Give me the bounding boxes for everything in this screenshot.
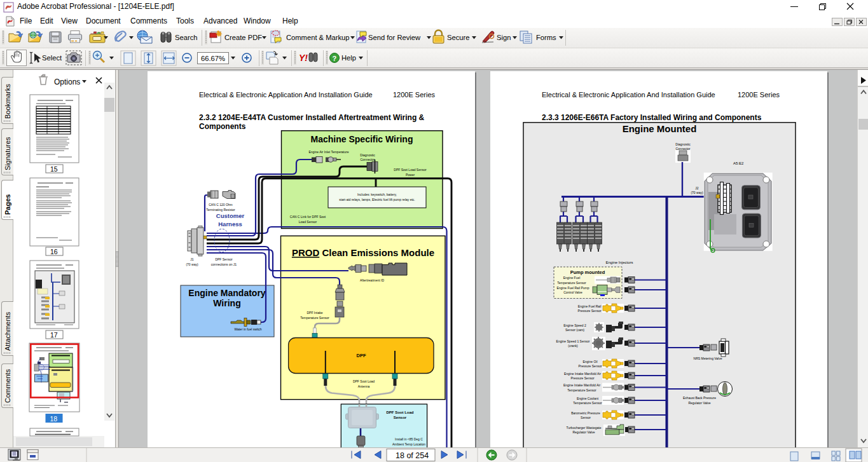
svg-text:(70 way): (70 way) <box>186 262 198 266</box>
svg-text:2.3.2 1204E-E44TA Customer Ins: 2.3.2 1204E-E44TA Customer Installed Aft… <box>199 113 425 122</box>
svg-text:(70 way): (70 way) <box>691 191 703 194</box>
svg-text:Terminating Resistor: Terminating Resistor <box>206 208 235 212</box>
svg-text:Control Valve: Control Valve <box>563 290 582 294</box>
svg-text:J2: J2 <box>695 186 699 190</box>
svg-text:Select: Select <box>42 54 62 62</box>
svg-text:Electrical & Electronic Applic: Electrical & Electronic Application And … <box>199 91 373 99</box>
svg-text:16: 16 <box>50 248 58 255</box>
svg-text:Engine Coolant: Engine Coolant <box>577 397 599 400</box>
svg-text:Temperature Sensor: Temperature Sensor <box>573 401 602 405</box>
svg-text:Forms: Forms <box>536 34 556 41</box>
svg-text:Ambient Temp Location: Ambient Temp Location <box>392 442 425 446</box>
svg-text:(crank): (crank) <box>568 344 578 348</box>
svg-text:DPF: DPF <box>357 353 366 358</box>
svg-text:1200E Series: 1200E Series <box>393 91 436 99</box>
svg-text:NRS Metering Valve: NRS Metering Valve <box>694 357 722 360</box>
svg-text:start-aid relays, lamps, Elect: start-aid relays, lamps, Electric fuel l… <box>339 198 415 201</box>
svg-text:Includes: keyswitch, battery,: Includes: keyswitch, battery, <box>357 193 397 196</box>
svg-text:66.67%: 66.67% <box>201 55 225 62</box>
svg-text:Pressure Sensor: Pressure Sensor <box>577 309 602 313</box>
svg-text:Components: Components <box>199 122 246 131</box>
svg-text:Engine Fuel: Engine Fuel <box>563 276 581 280</box>
svg-text:Pressure Sensor: Pressure Sensor <box>578 364 602 368</box>
svg-text:Secure: Secure <box>447 34 469 41</box>
svg-text:Engine Speed 2: Engine Speed 2 <box>563 323 586 327</box>
svg-text:Aftertreatment ID: Aftertreatment ID <box>360 278 384 282</box>
svg-text:PROD Clean Emissions Module: PROD Clean Emissions Module <box>292 247 434 258</box>
svg-text:Antenna: Antenna <box>358 384 370 388</box>
svg-text:DPF Intake: DPF Intake <box>307 311 322 315</box>
svg-text:Engine Injectors: Engine Injectors <box>605 261 633 264</box>
svg-text:Pressure Sensor: Pressure Sensor <box>570 376 595 380</box>
svg-text:Help: Help <box>341 54 356 62</box>
svg-text:Connector: Connector <box>675 147 690 151</box>
svg-text:Sign: Sign <box>497 34 511 41</box>
svg-text:Sensor (cam): Sensor (cam) <box>565 328 584 332</box>
svg-text:Power: Power <box>406 173 415 177</box>
svg-text:15: 15 <box>50 165 58 173</box>
svg-text:Temperature Sensor: Temperature Sensor <box>567 388 596 392</box>
svg-text:Create PDF: Create PDF <box>224 34 262 41</box>
svg-text:Turbocharger Wastegate: Turbocharger Wastegate <box>567 426 602 430</box>
svg-text:Machine Specific Wiring: Machine Specific Wiring <box>311 134 413 144</box>
svg-text:Customer: Customer <box>216 212 245 219</box>
svg-text:Comment & Markup: Comment & Markup <box>286 34 349 41</box>
svg-text:Electrical & Electronic Applic: Electrical & Electronic Application And … <box>542 91 715 99</box>
svg-text:Pump mounted: Pump mounted <box>570 269 605 275</box>
svg-text:Engine Mounted: Engine Mounted <box>623 123 697 134</box>
svg-text:Engine Intake Manifold Air: Engine Intake Manifold Air <box>563 383 600 387</box>
svg-text:Y!: Y! <box>299 53 308 63</box>
svg-text:Water in fuel switch: Water in fuel switch <box>234 327 261 331</box>
svg-text:1200E Series: 1200E Series <box>738 91 780 99</box>
svg-text:Regulator Valve: Regulator Valve <box>572 430 595 434</box>
svg-text:2.3.3 1206E-E66TA Factory Inst: 2.3.3 1206E-E66TA Factory Installed Wiri… <box>542 113 762 122</box>
svg-text:18: 18 <box>50 415 58 423</box>
svg-text:?: ? <box>333 55 337 62</box>
svg-text:Engine Fuel Rail: Engine Fuel Rail <box>578 304 602 308</box>
svg-text:DPF Soot Load: DPF Soot Load <box>353 379 375 383</box>
svg-text:Sensor: Sensor <box>394 416 407 419</box>
svg-text:Load Sensor: Load Sensor <box>299 220 317 224</box>
svg-text:connections on J1: connections on J1 <box>211 262 237 266</box>
svg-text:Engine Air Inlet Temperature: Engine Air Inlet Temperature <box>308 150 348 154</box>
svg-text:Sensor: Sensor <box>581 416 591 419</box>
svg-text:Temperature Sensor: Temperature Sensor <box>557 281 586 285</box>
svg-text:DPF Soot Load Sensor: DPF Soot Load Sensor <box>394 168 427 172</box>
svg-text:Engine Oil: Engine Oil <box>582 360 597 363</box>
svg-text:Install in <85 Deg C: Install in <85 Deg C <box>395 437 423 441</box>
svg-text:18 of 254: 18 of 254 <box>396 451 429 460</box>
svg-text:17: 17 <box>50 331 58 339</box>
svg-text:A5:E2: A5:E2 <box>733 161 744 165</box>
svg-text:Engine Intake Manifold Air: Engine Intake Manifold Air <box>564 372 601 376</box>
svg-text:Wiring: Wiring <box>213 298 240 308</box>
svg-text:Diagnostic: Diagnostic <box>675 142 691 146</box>
svg-text:CAN C Link for DPF Soot: CAN C Link for DPF Soot <box>290 215 326 219</box>
svg-text:J1: J1 <box>190 257 194 261</box>
svg-text:Connector: Connector <box>360 158 375 161</box>
svg-text:Regulator Valve: Regulator Valve <box>688 401 710 405</box>
svg-text:Diagnostic: Diagnostic <box>360 153 375 157</box>
svg-text:DPF Soot Load: DPF Soot Load <box>387 411 414 414</box>
svg-text:Exhaust Back Pressure: Exhaust Back Pressure <box>683 396 716 400</box>
svg-text:CAN C 120 Ohm: CAN C 120 Ohm <box>209 203 233 207</box>
svg-text:Engine Speed 1 Sensor: Engine Speed 1 Sensor <box>556 339 590 343</box>
svg-text:DPF Sensor: DPF Sensor <box>215 257 233 261</box>
svg-text:Search: Search <box>175 34 197 41</box>
svg-text:Temperature Sensor: Temperature Sensor <box>300 316 329 320</box>
svg-text:Engine Mandatory: Engine Mandatory <box>188 288 266 298</box>
svg-text:Options: Options <box>54 78 80 86</box>
svg-text:Engine Fuel Rail Pump: Engine Fuel Rail Pump <box>556 286 589 290</box>
svg-text:Send for Review: Send for Review <box>368 34 421 41</box>
svg-text:Barometric Pressure: Barometric Pressure <box>571 411 600 415</box>
svg-text:Harness: Harness <box>218 221 242 228</box>
